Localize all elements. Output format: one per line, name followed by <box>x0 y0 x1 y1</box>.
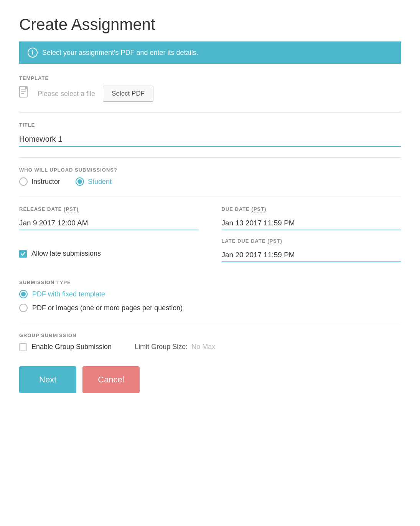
buttons-row: Next Cancel <box>19 366 401 393</box>
group-limit-col: Limit Group Size: No Max <box>135 343 215 351</box>
group-limit-value: No Max <box>191 343 215 351</box>
group-enable-col: Enable Group Submission <box>19 343 112 351</box>
info-icon: i <box>28 48 38 58</box>
late-checkbox-col: Allow late submissions <box>19 238 199 258</box>
next-button[interactable]: Next <box>19 366 76 393</box>
group-submission-row: Enable Group Submission Limit Group Size… <box>19 343 401 351</box>
cancel-button[interactable]: Cancel <box>82 366 139 393</box>
page-container: Create Assignment i Select your assignme… <box>0 0 420 416</box>
due-date-field: DUE DATE (PST) Jan 13 2017 11:59 PM <box>222 206 401 230</box>
info-banner: i Select your assignment's PDF and enter… <box>19 41 401 64</box>
due-date-label: DUE DATE (PST) <box>222 206 401 212</box>
radio-circle-student <box>76 177 84 186</box>
radio-instructor[interactable]: Instructor <box>19 177 60 186</box>
divider-3 <box>19 197 401 197</box>
title-section-label: TITLE <box>19 122 401 128</box>
template-section: TEMPLATE Please select a file Select PDF <box>19 75 401 102</box>
radio-circle-instructor <box>19 177 28 186</box>
release-date-field: RELEASE DATE (PST) Jan 9 2017 12:00 AM <box>19 206 199 230</box>
late-due-date-label: LATE DUE DATE (PST) <box>222 238 401 244</box>
group-submission-section: GROUP SUBMISSION Enable Group Submission… <box>19 332 401 351</box>
late-submissions-row: Allow late submissions LATE DUE DATE (PS… <box>19 238 401 262</box>
release-date-value[interactable]: Jan 9 2017 12:00 AM <box>19 217 199 230</box>
group-submission-checkbox[interactable] <box>19 343 27 351</box>
uploader-section: WHO WILL UPLOAD SUBMISSIONS? Instructor … <box>19 167 401 186</box>
due-date-value[interactable]: Jan 13 2017 11:59 PM <box>222 217 401 230</box>
template-row: Please select a file Select PDF <box>19 86 401 102</box>
divider-5 <box>19 323 401 323</box>
group-limit-label: Limit Group Size: <box>135 343 188 351</box>
radio-label-student: Student <box>88 178 112 186</box>
select-pdf-button[interactable]: Select PDF <box>103 86 153 102</box>
submission-type-label: SUBMISSION TYPE <box>19 280 401 285</box>
late-date-col: LATE DUE DATE (PST) Jan 20 2017 11:59 PM <box>222 238 401 262</box>
file-icon <box>19 86 30 102</box>
group-submission-label: GROUP SUBMISSION <box>19 332 401 338</box>
banner-text: Select your assignment's PDF and enter i… <box>42 49 198 57</box>
divider-1 <box>19 112 401 113</box>
release-date-label: RELEASE DATE (PST) <box>19 206 199 212</box>
submission-option-pdf-fixed[interactable]: PDF with fixed template <box>19 290 401 298</box>
dates-row: RELEASE DATE (PST) Jan 9 2017 12:00 AM D… <box>19 206 401 230</box>
submission-label-pdf-fixed: PDF with fixed template <box>32 290 105 298</box>
late-due-date-value[interactable]: Jan 20 2017 11:59 PM <box>222 248 401 262</box>
late-submissions-label: Allow late submissions <box>31 250 101 258</box>
radio-circle-pdf-images <box>19 304 28 312</box>
file-placeholder: Please select a file <box>38 90 95 98</box>
template-section-label: TEMPLATE <box>19 75 401 81</box>
submission-option-pdf-images[interactable]: PDF or images (one or more pages per que… <box>19 304 401 312</box>
radio-circle-pdf-fixed <box>19 290 28 298</box>
uploader-radio-group: Instructor Student <box>19 177 401 186</box>
divider-2 <box>19 157 401 158</box>
radio-label-instructor: Instructor <box>31 178 60 186</box>
uploader-section-label: WHO WILL UPLOAD SUBMISSIONS? <box>19 167 401 173</box>
title-section: TITLE <box>19 122 401 147</box>
divider-4 <box>19 270 401 270</box>
late-submissions-checkbox[interactable] <box>19 250 27 258</box>
page-title: Create Assignment <box>19 15 401 34</box>
title-input[interactable] <box>19 132 401 147</box>
submission-type-section: SUBMISSION TYPE PDF with fixed template … <box>19 280 401 312</box>
radio-student[interactable]: Student <box>76 177 112 186</box>
group-submission-checkbox-label: Enable Group Submission <box>31 343 112 351</box>
submission-label-pdf-images: PDF or images (one or more pages per que… <box>32 304 183 312</box>
